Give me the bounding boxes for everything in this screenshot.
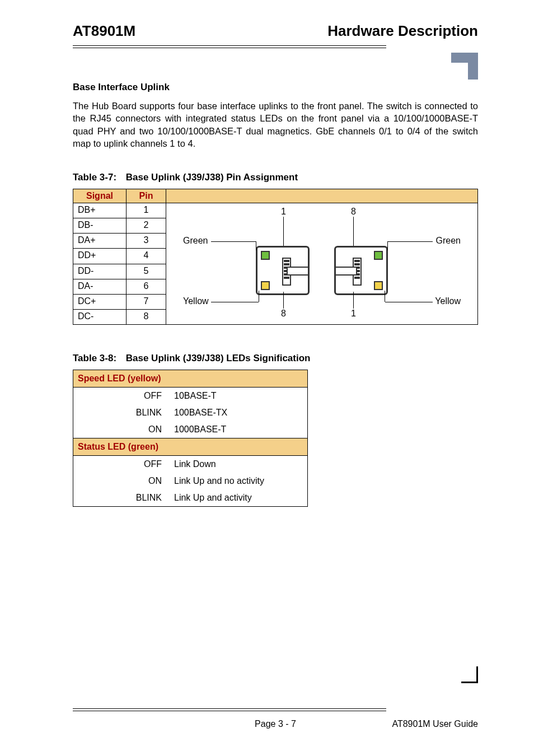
cell-signal: DC+	[73, 294, 127, 309]
table-row: DB+ 1 1 8 Green Green Yellow Yellow 8 1	[73, 203, 478, 218]
cell-meaning: Link Down	[170, 456, 308, 473]
led-yellow-icon	[374, 281, 383, 290]
led-yellow-icon	[261, 281, 270, 290]
footer-corner-icon	[461, 666, 478, 683]
cell-state: OFF	[73, 456, 170, 473]
table37-caption: Table 3-7: Base Uplink (J39/J38) Pin Ass…	[73, 172, 478, 183]
table-row: BLINKLink Up and activity	[73, 489, 308, 507]
table-led-signification: Speed LED (yellow) OFF10BASE-T BLINK100B…	[73, 370, 308, 507]
cell-signal: DA+	[73, 234, 127, 249]
cell-meaning: 10BASE-T	[170, 388, 308, 405]
cell-pin: 3	[127, 234, 166, 249]
diagram-num-top-left: 1	[281, 207, 286, 217]
table-row: ONLink Up and no activity	[73, 473, 308, 489]
table-row: ON1000BASE-T	[73, 421, 308, 438]
th-signal: Signal	[73, 189, 127, 203]
page-footer: . Page 3 - 7 AT8901M User Guide	[73, 719, 478, 729]
diagram-num-bottom-right: 1	[351, 309, 356, 319]
diagram-cell: 1 8 Green Green Yellow Yellow 8 1	[166, 203, 478, 325]
table-row: BLINK100BASE-TX	[73, 404, 308, 421]
th-pin: Pin	[127, 189, 166, 203]
table37-caption-title: Base Uplink (J39/J38) Pin Assignment	[126, 172, 298, 183]
cell-signal: DD-	[73, 264, 127, 279]
rj45-diagram: 1 8 Green Green Yellow Yellow 8 1	[172, 207, 472, 319]
footer-page: Page 3 - 7	[73, 719, 478, 729]
cell-pin: 4	[127, 249, 166, 264]
cell-state: BLINK	[73, 489, 170, 507]
table38-caption: Table 3-8: Base Uplink (J39/J38) LEDs Si…	[73, 353, 478, 364]
section-heading: Base Interface Uplink	[73, 82, 478, 93]
table-row: OFF10BASE-T	[73, 388, 308, 405]
section-paragraph: The Hub Board supports four base interfa…	[73, 100, 478, 150]
cell-signal: DC-	[73, 309, 127, 324]
cell-signal: DD+	[73, 249, 127, 264]
diagram-num-bottom-left: 8	[281, 309, 286, 319]
cell-signal: DA-	[73, 279, 127, 294]
header-rule	[73, 45, 478, 48]
cell-pin: 7	[127, 294, 166, 309]
cell-pin: 1	[127, 203, 166, 218]
corner-decoration-icon	[451, 53, 478, 80]
cell-pin: 2	[127, 218, 166, 234]
cell-signal: DB-	[73, 218, 127, 234]
cell-state: BLINK	[73, 404, 170, 421]
diagram-num-top-right: 8	[351, 207, 356, 217]
diagram-label-green-right: Green	[436, 236, 461, 246]
table37-caption-num: Table 3-7:	[73, 172, 123, 183]
footer-rule	[73, 708, 386, 711]
cell-signal: DB+	[73, 203, 127, 218]
table-row: OFFLink Down	[73, 456, 308, 473]
header-left: AT8901M	[73, 22, 135, 40]
led-green-icon	[374, 251, 383, 260]
page-header: AT8901M Hardware Description	[73, 22, 478, 43]
cell-state: OFF	[73, 388, 170, 405]
cell-state: ON	[73, 421, 170, 438]
th-speed-led: Speed LED (yellow)	[73, 370, 308, 388]
cell-state: ON	[73, 473, 170, 489]
cell-pin: 6	[127, 279, 166, 294]
cell-meaning: Link Up and activity	[170, 489, 308, 507]
cell-pin: 5	[127, 264, 166, 279]
diagram-label-yellow-right: Yellow	[435, 296, 461, 306]
header-right: Hardware Description	[327, 22, 478, 40]
led-green-icon	[261, 251, 270, 260]
diagram-label-green-left: Green	[183, 236, 208, 246]
rj45-connector-icon	[334, 246, 388, 295]
table38-caption-num: Table 3-8:	[73, 353, 123, 364]
th-diagram	[166, 189, 478, 203]
cell-meaning: Link Up and no activity	[170, 473, 308, 489]
diagram-label-yellow-left: Yellow	[183, 296, 209, 306]
rj45-connector-icon	[256, 246, 310, 295]
cell-meaning: 1000BASE-T	[170, 421, 308, 438]
th-status-led: Status LED (green)	[73, 438, 308, 456]
table38-caption-title: Base Uplink (J39/J38) LEDs Signification	[126, 353, 311, 363]
cell-pin: 8	[127, 309, 166, 324]
cell-meaning: 100BASE-TX	[170, 404, 308, 421]
table-pin-assignment: Signal Pin DB+ 1 1 8 Green Green Yellow …	[73, 189, 478, 325]
